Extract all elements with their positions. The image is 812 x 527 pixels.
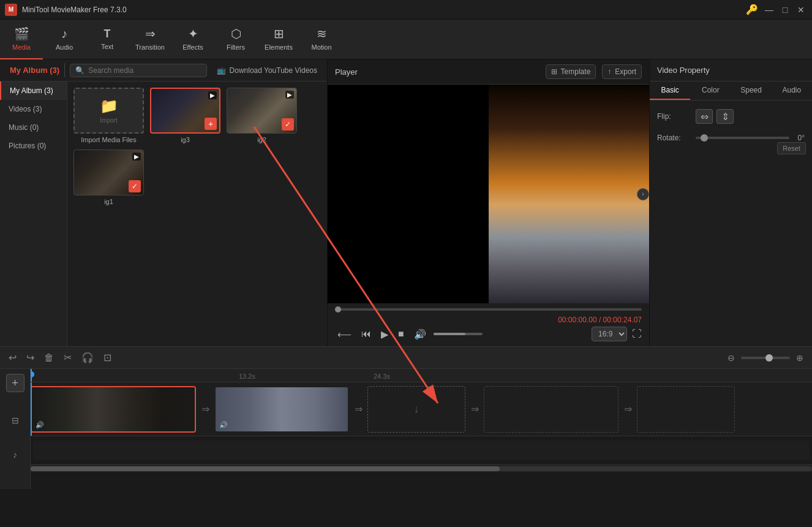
crop-button[interactable]: ⊡	[101, 349, 114, 366]
player-view: ›	[328, 85, 649, 303]
sidebar-item-myalbum[interactable]: My Album (3)	[0, 82, 67, 100]
flip-vertical-button[interactable]: ⇕	[716, 109, 734, 124]
ig3-thumb: ▶ +	[150, 88, 220, 134]
search-input[interactable]	[88, 66, 201, 75]
sidebar-item-pictures[interactable]: Pictures (0)	[0, 137, 67, 155]
property-title: Video Property	[657, 66, 710, 75]
video-icon-ig1: ▶	[132, 153, 141, 161]
redo-button[interactable]: ↪	[24, 349, 37, 366]
zoom-slider[interactable]	[741, 357, 790, 359]
playback-controls: ⟵ ⏮ ▶ ■ 🔊 16:9 ⛶	[335, 327, 642, 341]
toolbar-text-button[interactable]: T Text	[86, 20, 129, 59]
download-youtube-button[interactable]: 📺 Download YouTube Videos	[212, 64, 322, 77]
import-label: Import Media Files	[81, 136, 136, 143]
media-item-ig3[interactable]: ▶ + ig3	[150, 88, 220, 143]
timeline-transition-2[interactable]: ⇒	[349, 387, 367, 431]
video-track: 🔊 ⇒ 🔊 ⇒ ↓ ⇒	[31, 382, 812, 436]
maximize-button[interactable]: □	[779, 4, 791, 16]
zoom-in-button[interactable]: ⊕	[794, 351, 806, 365]
plus-button-ig3[interactable]: +	[205, 118, 217, 130]
timeline-clip-2[interactable]: 🔊	[214, 386, 349, 433]
minimize-button[interactable]: —	[763, 4, 775, 16]
fullscreen-button[interactable]: ⛶	[632, 328, 642, 339]
transition-icon: ⇒	[145, 26, 156, 41]
step-back-button[interactable]: ⏮	[359, 327, 374, 341]
timeline-empty-clip-3[interactable]	[637, 386, 735, 433]
search-box[interactable]: 🔍	[70, 64, 206, 77]
rewind-button[interactable]: ⟵	[335, 327, 354, 341]
motion-icon: ≋	[317, 26, 327, 41]
elements-label: Elements	[265, 44, 293, 51]
media-item-ig2[interactable]: ▶ ✓ ig2	[227, 88, 297, 143]
close-button[interactable]: ✕	[795, 4, 807, 16]
volume-slider[interactable]	[434, 333, 483, 335]
player-left-black	[328, 85, 489, 303]
progress-bar[interactable]	[335, 308, 642, 311]
progress-thumb[interactable]	[335, 306, 341, 313]
download-icon-1: ↓	[414, 403, 419, 415]
tab-basic[interactable]: Basic	[650, 82, 690, 100]
import-thumb: 📁 Import	[73, 88, 144, 134]
timeline-transition-3[interactable]: ⇒	[465, 387, 484, 431]
aspect-ratio-select[interactable]: 16:9	[592, 327, 627, 341]
timeline: ↩ ↪ 🗑 ✂ 🎧 ⊡ ⊖ ⊕ + ⊟ ♪	[0, 346, 812, 489]
zoom-out-button[interactable]: ⊖	[725, 351, 737, 365]
filters-icon: ⬡	[231, 26, 241, 41]
toolbar-motion-button[interactable]: ≋ Motion	[300, 20, 343, 59]
music-label: Music (0)	[9, 123, 39, 132]
delete-button[interactable]: 🗑	[42, 350, 56, 366]
media-item-ig1[interactable]: ▶ ✓ ig1	[73, 150, 144, 205]
transition-label: Transition	[135, 44, 165, 51]
stop-button[interactable]: ■	[396, 327, 407, 341]
video-track-icon: ⊟	[12, 415, 19, 425]
flip-row: Flip: ⇔ ⇕	[657, 109, 805, 124]
ruler-mark-1: 13.2s	[239, 373, 255, 380]
undo-button[interactable]: ↩	[6, 349, 19, 366]
flip-label: Flip:	[657, 112, 691, 121]
tab-color[interactable]: Color	[690, 82, 731, 100]
toolbar: 🎬 Media ♪ Audio T Text ⇒ Transition ✦ Ef…	[0, 20, 812, 59]
player-header: Player ⊞ Template ↑ Export	[328, 59, 649, 85]
scrollbar-thumb[interactable]	[31, 466, 500, 471]
videos-label: Videos (3)	[9, 105, 42, 113]
import-media-item[interactable]: 📁 Import Import Media Files	[73, 88, 144, 143]
ig2-thumb: ▶ ✓	[227, 88, 297, 134]
detach-audio-button[interactable]: 🎧	[79, 349, 96, 366]
template-button[interactable]: ⊞ Template	[546, 64, 596, 79]
volume-button[interactable]: 🔊	[412, 327, 429, 341]
playhead-video	[31, 382, 32, 436]
sidebar-item-videos[interactable]: Videos (3)	[0, 100, 67, 118]
cut-button[interactable]: ✂	[61, 349, 74, 366]
tab-speed[interactable]: Speed	[731, 82, 772, 100]
play-button[interactable]: ▶	[378, 327, 391, 341]
sidebar-item-music[interactable]: Music (0)	[0, 118, 67, 137]
timeline-scrollbar[interactable]	[31, 464, 812, 472]
toolbar-media-button[interactable]: 🎬 Media	[0, 20, 43, 59]
rotate-slider[interactable]	[696, 137, 789, 139]
toolbar-elements-button[interactable]: ⊞ Elements	[257, 20, 300, 59]
rotate-thumb	[701, 134, 708, 142]
toolbar-effects-button[interactable]: ✦ Effects	[171, 20, 214, 59]
media-content: My Album (3) Videos (3) Music (0) Pictur…	[0, 82, 327, 346]
collapse-right-panel-button[interactable]: ›	[637, 188, 649, 200]
toolbar-audio-button[interactable]: ♪ Audio	[43, 20, 86, 59]
player-split	[328, 85, 649, 303]
add-track-button[interactable]: +	[6, 374, 24, 392]
flip-horizontal-button[interactable]: ⇔	[696, 109, 713, 124]
timeline-transition-4[interactable]: ⇒	[618, 387, 637, 431]
timeline-content: + ⊟ ♪ 13.2s 24.3s 🔊	[0, 369, 812, 489]
timeline-transition-1[interactable]: ⇒	[196, 387, 214, 431]
timeline-empty-clip-2[interactable]	[484, 386, 618, 433]
toolbar-filters-button[interactable]: ⬡ Filters	[214, 20, 257, 59]
ig1-thumb: ▶ ✓	[73, 150, 144, 195]
rotate-label: Rotate:	[657, 134, 691, 142]
text-label: Text	[101, 43, 113, 50]
timeline-main: 13.2s 24.3s 🔊 ⇒ 🔊	[31, 369, 812, 489]
tab-audio[interactable]: Audio	[772, 82, 812, 100]
reset-button[interactable]: Reset	[777, 142, 806, 154]
timeline-clip-1[interactable]: 🔊	[31, 386, 196, 433]
toolbar-transition-button[interactable]: ⇒ Transition	[129, 20, 171, 59]
export-button[interactable]: ↑ Export	[602, 64, 642, 79]
media-label: Media	[12, 44, 31, 51]
timeline-empty-clip-1[interactable]: ↓	[367, 386, 465, 433]
